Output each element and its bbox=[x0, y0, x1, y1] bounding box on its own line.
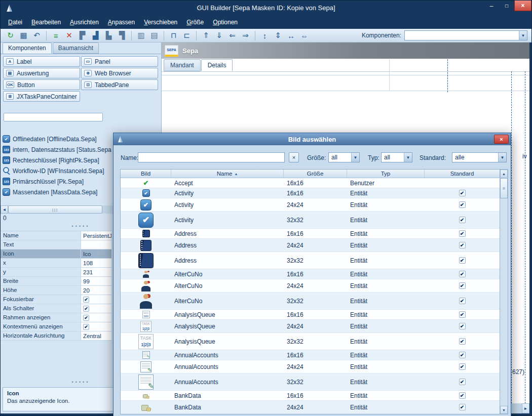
distribute-horizontal-icon[interactable]: ▥ bbox=[135, 30, 147, 41]
chevron-down-icon[interactable] bbox=[351, 153, 359, 162]
image-row[interactable]: AnnualAccounts32x32Entität bbox=[121, 373, 500, 391]
column-header-bild[interactable]: Bild bbox=[121, 170, 171, 178]
move-left-icon[interactable]: ⇐ bbox=[226, 30, 238, 41]
dialog-close-button[interactable]: × bbox=[494, 135, 509, 144]
property-row-fokusierbar[interactable]: Fokusierbar bbox=[1, 295, 111, 304]
distribute-vertical-icon[interactable]: ▤ bbox=[148, 30, 160, 41]
menu-item-verschieben[interactable]: Verschieben bbox=[139, 17, 182, 28]
component-button[interactable]: OKButton bbox=[3, 79, 80, 90]
image-row[interactable]: AnalysisQueue32x32Entität bbox=[121, 333, 500, 350]
move-right-icon[interactable]: ⇒ bbox=[240, 30, 251, 41]
komponenten-select[interactable] bbox=[404, 30, 527, 40]
property-row-text[interactable]: Text bbox=[1, 240, 111, 249]
component-auswertung[interactable]: ▤Auswertung bbox=[3, 68, 80, 78]
image-row[interactable]: AnalysisQueue24x24Entität bbox=[121, 320, 500, 333]
scroll-left-button[interactable] bbox=[1, 205, 8, 214]
property-row-icon[interactable]: IconIco bbox=[1, 249, 111, 259]
image-row[interactable]: Accept16x16Benutzer bbox=[121, 178, 500, 188]
clear-filter-button[interactable]: × bbox=[289, 152, 299, 162]
bracket-left-icon[interactable]: ⊏ bbox=[181, 30, 193, 41]
component-tabbedpane[interactable]: ⊡TabbedPane bbox=[81, 79, 158, 90]
menu-item-optionen[interactable]: Optionen bbox=[208, 17, 242, 28]
image-row[interactable]: AnnualAccounts16x16Entität bbox=[121, 350, 500, 360]
scroll-right-button[interactable] bbox=[522, 403, 529, 413]
size-width-max-icon[interactable]: ⇔ bbox=[298, 30, 310, 41]
chevron-down-icon[interactable] bbox=[519, 31, 527, 40]
property-value: 231 bbox=[81, 268, 111, 276]
property-row-horizontale-ausrichtung[interactable]: Horizontale AusrichtungZentral bbox=[1, 331, 111, 341]
component-web-browser[interactable]: ⊕Web Browser bbox=[81, 68, 158, 78]
scrollbar-thumb[interactable] bbox=[500, 178, 508, 198]
component-label[interactable]: ALabel bbox=[3, 56, 80, 67]
table-vertical-scrollbar[interactable] bbox=[500, 169, 508, 414]
groesse-select[interactable]: all bbox=[328, 152, 360, 162]
standard-select[interactable]: alle bbox=[452, 152, 507, 162]
name-filter-input[interactable] bbox=[138, 152, 285, 162]
image-row[interactable]: Activity32x32Entität bbox=[121, 212, 500, 229]
scroll-up-button[interactable] bbox=[500, 170, 508, 178]
typ-select[interactable]: all bbox=[381, 152, 412, 162]
sidebar-tab-baumansicht[interactable]: Baumansicht bbox=[53, 43, 99, 54]
image-table-main: BildNameGrößeTypStandard Accept16x16Benu… bbox=[120, 169, 500, 414]
component-label: Auswertung bbox=[17, 70, 49, 77]
image-row[interactable]: BankData16x16Entität bbox=[121, 391, 500, 401]
image-row[interactable]: AlterCuNo32x32Entität bbox=[121, 293, 500, 310]
standard-value: alle bbox=[452, 154, 498, 161]
chevron-down-icon[interactable] bbox=[498, 153, 506, 162]
refresh-icon[interactable]: ↻ bbox=[5, 30, 16, 41]
property-row-y[interactable]: y231 bbox=[1, 268, 111, 277]
align-top-left-icon[interactable]: ▛ bbox=[77, 30, 88, 41]
image-row[interactable]: AnalysisQueue16x16Entität bbox=[121, 310, 500, 320]
image-row[interactable]: AnnualAccounts24x24Entität bbox=[121, 360, 500, 373]
component-panel[interactable]: ▭Panel bbox=[81, 56, 158, 67]
property-row-h-he[interactable]: Höhe20 bbox=[1, 286, 111, 295]
delete-item-icon[interactable]: ✕ bbox=[63, 30, 75, 41]
cell-groesse: 24x24 bbox=[284, 401, 347, 413]
property-row-breite[interactable]: Breite99 bbox=[1, 277, 111, 286]
column-header-typ[interactable]: Typ bbox=[347, 170, 425, 178]
property-row-als-schalter[interactable]: Als Schalter bbox=[1, 304, 111, 313]
image-row[interactable]: Activity24x24Entität bbox=[121, 198, 500, 212]
property-row-x[interactable]: x108 bbox=[1, 259, 111, 268]
shield-up-icon[interactable]: ⇑ bbox=[200, 30, 212, 41]
menu-item-gr-e[interactable]: Größe bbox=[182, 17, 208, 28]
menu-item-bearbeiten[interactable]: Bearbeiten bbox=[27, 17, 65, 28]
menu-item-anpassen[interactable]: Anpassen bbox=[103, 17, 139, 28]
cell-standard bbox=[425, 239, 500, 252]
shield-down-icon[interactable]: ⇓ bbox=[213, 30, 225, 41]
column-header-standard[interactable]: Standard bbox=[425, 170, 500, 178]
image-row[interactable]: Address24x24Entität bbox=[121, 239, 500, 252]
size-height-max-icon[interactable]: ⇕ bbox=[272, 30, 284, 41]
save-icon[interactable]: ▦ bbox=[18, 30, 29, 41]
image-row[interactable]: Address32x32Entität bbox=[121, 252, 500, 269]
scroll-down-button[interactable] bbox=[500, 406, 508, 414]
image-row[interactable]: BankData24x24Entität bbox=[121, 401, 500, 414]
sidebar-tab-komponenten[interactable]: Komponenten bbox=[3, 43, 52, 54]
canvas-tab-details[interactable]: Details bbox=[201, 59, 233, 71]
component-filter-input[interactable] bbox=[4, 113, 103, 121]
property-row-kontextmen-anzeigen[interactable]: Kontextmenü anzeigen bbox=[1, 322, 111, 331]
property-row-name[interactable]: NamePersistentJ bbox=[1, 231, 111, 240]
bracket-top-icon[interactable]: ⊓ bbox=[168, 30, 179, 41]
image-row[interactable]: Address16x16Entität bbox=[121, 229, 500, 239]
component-jxtaskpanecontainer[interactable]: ⊞JXTaskPaneContainer bbox=[3, 91, 80, 102]
image-row[interactable]: Activity16x16Entität bbox=[121, 188, 500, 198]
size-width-icon[interactable]: ↔ bbox=[285, 30, 297, 41]
property-row-rahmen-anzeigen[interactable]: Rahmen anzeigen bbox=[1, 313, 111, 322]
canvas-tab-mandant[interactable]: Mandant bbox=[164, 59, 201, 71]
image-row[interactable]: AlterCuNo24x24Entität bbox=[121, 279, 500, 293]
chevron-down-icon[interactable] bbox=[404, 153, 412, 162]
chart-icon[interactable]: ▟ bbox=[90, 30, 101, 41]
cell-standard bbox=[425, 188, 500, 198]
undo-icon[interactable]: ↶ bbox=[31, 30, 43, 41]
menu-item-ausrichten[interactable]: Ausrichten bbox=[65, 17, 103, 28]
column-header-name[interactable]: Name bbox=[171, 170, 284, 178]
align-right-icon[interactable]: ▜ bbox=[116, 30, 128, 41]
column-header-gr-e[interactable]: Größe bbox=[284, 170, 347, 178]
menu-item-datei[interactable]: Datei bbox=[4, 17, 27, 28]
image-row[interactable]: AlterCuNo16x16Entität bbox=[121, 269, 500, 279]
scrollbar-thumb[interactable] bbox=[8, 205, 102, 214]
add-item-icon[interactable]: ≡ bbox=[50, 30, 62, 41]
align-left-icon[interactable]: ▙ bbox=[103, 30, 115, 41]
size-height-icon[interactable]: ↕ bbox=[259, 30, 271, 41]
